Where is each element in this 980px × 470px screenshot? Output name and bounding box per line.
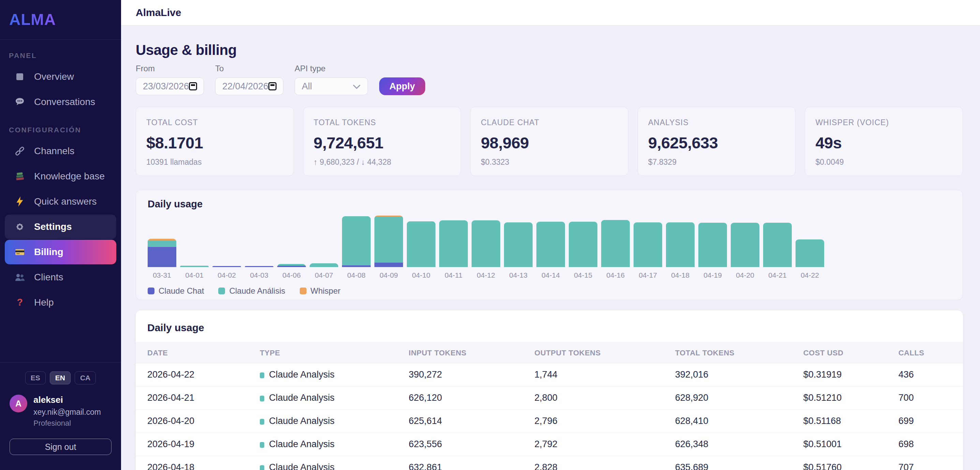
sidebar-item-label: Quick answers (34, 196, 97, 207)
sidebar-item-knowledge-base[interactable]: Knowledge base (5, 164, 116, 189)
stat-value: 9,724,651 (314, 133, 451, 152)
lightning-bolt-icon (14, 196, 26, 208)
language-button-es[interactable]: ES (25, 371, 46, 384)
sidebar-item-label: Channels (34, 146, 74, 156)
table-row-2026-04-19: 2026-04-19Claude Analysis623,5562,792626… (136, 433, 963, 456)
nav-section-label-configuraci-n: CONFIGURACIÓN (9, 126, 112, 134)
input-tokens-cell: 390,272 (409, 363, 535, 386)
x-axis-label: 03-31 (148, 271, 176, 279)
x-axis-label: 04-19 (698, 271, 727, 279)
type-label: Claude Analysis (269, 439, 334, 449)
language-button-en[interactable]: EN (50, 371, 71, 384)
bar-04-07 (310, 263, 338, 267)
x-axis-label: 04-21 (763, 271, 792, 279)
cost-usd-cell: $0.51210 (803, 386, 899, 409)
sidebar-footer: ESENCA A aleksei xey.nik@gmail.com Profe… (0, 362, 121, 470)
sidebar-item-conversations[interactable]: Conversations (5, 90, 116, 114)
output-tokens-cell: 1,744 (535, 363, 675, 386)
column-header-date: DATE (136, 343, 260, 363)
x-axis-label: 04-10 (407, 271, 436, 279)
to-date-input[interactable]: 22/04/2026 (215, 77, 283, 95)
user-plan: Profesional (33, 419, 101, 428)
sign-out-button[interactable]: Sign out (10, 439, 111, 455)
page-title: Usage & billing (136, 42, 963, 58)
stat-cards: TOTAL COST$8.170110391 llamadasTOTAL TOK… (136, 107, 963, 176)
bar-04-11 (439, 220, 468, 267)
api-type-select[interactable]: All (294, 77, 368, 95)
stat-card-claude-chat: CLAUDE CHAT98,969$0.3323 (470, 107, 628, 176)
user-name: aleksei (33, 395, 101, 405)
sidebar-item-settings[interactable]: Settings (5, 215, 116, 239)
bar-segment-claude-an-lisis (601, 220, 630, 267)
legend-swatch (148, 288, 154, 294)
bar-04-10 (407, 221, 436, 267)
legend-swatch (300, 288, 307, 294)
bar-segment-claude-an-lisis (180, 266, 209, 267)
bar-04-18 (666, 222, 695, 267)
type-color-dot (260, 419, 264, 425)
bar-04-12 (472, 220, 500, 267)
x-axis-label: 04-06 (277, 271, 306, 279)
bar-03-31 (148, 239, 176, 267)
sidebar-item-channels[interactable]: Channels (5, 139, 116, 163)
stat-sub: ↑ 9,680,323 / ↓ 44,328 (314, 158, 451, 167)
sidebar-item-clients[interactable]: Clients (5, 265, 116, 290)
cost-usd-cell: $0.51760 (803, 456, 899, 470)
bar-04-13 (504, 222, 533, 267)
sidebar-item-billing[interactable]: Billing (5, 240, 116, 264)
sidebar-item-label: Conversations (34, 97, 95, 107)
bar-segment-claude-chat (148, 247, 176, 267)
bar-04-22 (795, 239, 824, 267)
date-cell: 2026-04-22 (136, 363, 260, 386)
bar-04-14 (536, 222, 565, 267)
input-tokens-cell: 626,120 (409, 386, 535, 409)
input-tokens-cell: 632,861 (409, 456, 535, 470)
sidebar-divider (0, 40, 121, 40)
bar-04-17 (633, 222, 662, 267)
total-tokens-cell: 628,920 (675, 386, 803, 409)
bar-04-01 (180, 266, 209, 267)
sidebar-item-label: Overview (34, 71, 74, 82)
sidebar-item-label: Clients (34, 272, 64, 283)
bar-segment-claude-an-lisis (407, 221, 436, 267)
stat-sub: 10391 llamadas (146, 158, 283, 167)
api-type-label: API type (294, 64, 368, 73)
bar-segment-claude-an-lisis (310, 263, 338, 267)
cost-usd-cell: $0.31919 (803, 363, 899, 386)
sidebar-item-quick-answers[interactable]: Quick answers (5, 189, 116, 214)
usage-table: DATETYPEINPUT TOKENSOUTPUT TOKENSTOTAL T… (136, 343, 963, 470)
api-type-value: All (302, 81, 312, 92)
chart-legend: Claude ChatClaude AnálisisWhisper (148, 286, 951, 296)
total-tokens-cell: 392,016 (675, 363, 803, 386)
x-axis-label: 04-18 (666, 271, 695, 279)
output-tokens-cell: 2,792 (535, 433, 675, 456)
language-button-ca[interactable]: CA (75, 371, 96, 384)
x-axis-label: 04-07 (310, 271, 338, 279)
type-label: Claude Analysis (269, 416, 334, 426)
input-tokens-cell: 625,614 (409, 409, 535, 433)
x-axis-label: 04-09 (374, 271, 403, 279)
output-tokens-cell: 2,800 (535, 386, 675, 409)
page-content: Usage & billing From 23/03/2026 To 22/04… (121, 25, 980, 470)
from-date-input[interactable]: 23/03/2026 (136, 77, 204, 95)
bar-04-20 (731, 223, 759, 267)
x-axis-label: 04-12 (472, 271, 500, 279)
apply-button[interactable]: Apply (379, 77, 425, 95)
cost-usd-cell: $0.51001 (803, 433, 899, 456)
legend-swatch (218, 288, 225, 294)
x-axis-label: 04-02 (212, 271, 241, 279)
bar-segment-claude-chat (212, 266, 241, 267)
bar-segment-claude-an-lisis (342, 216, 371, 265)
sidebar-item-help[interactable]: ?Help (5, 290, 116, 315)
top-bar: AlmaLive (121, 0, 980, 25)
calls-cell: 707 (899, 456, 963, 470)
bar-04-06 (277, 264, 306, 267)
stat-sub: $7.8329 (648, 158, 785, 167)
sidebar-item-overview[interactable]: Overview (5, 64, 116, 89)
bar-segment-claude-an-lisis (504, 222, 533, 267)
user-card: A aleksei xey.nik@gmail.com Profesional (10, 395, 111, 428)
column-header-cost-usd: COST USD (803, 343, 899, 363)
stat-card-whisper-voice: WHISPER (VOICE)49s$0.0049 (805, 107, 963, 176)
legend-item-claude-chat: Claude Chat (148, 286, 204, 296)
bar-segment-claude-an-lisis (148, 241, 176, 247)
